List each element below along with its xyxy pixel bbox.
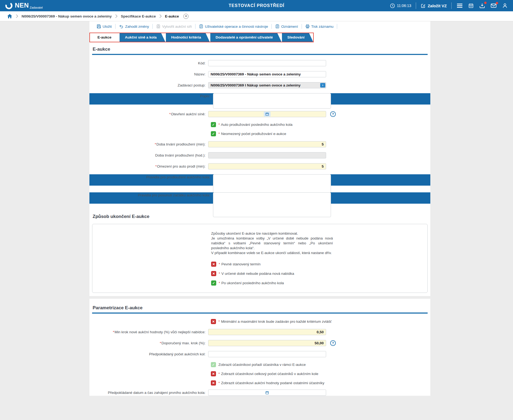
date-picker-button[interactable] (264, 390, 271, 395)
notification-dot (484, 2, 487, 4)
notification-dot (496, 2, 498, 4)
downloads-button[interactable] (479, 2, 486, 9)
tab-sledovani[interactable]: Sledování (282, 33, 313, 42)
form-row: Předpokládané datum a čas zahájení první… (89, 390, 430, 396)
header-time: 11:06:13 (397, 4, 411, 8)
checkbox-unchecked[interactable]: ✕ (211, 262, 216, 267)
eaukce-card: Uložit Zahodit změny Vytvořit aukční síň (89, 21, 430, 296)
checkbox-label: * Zobrazit účastníkovi aukční hodnoty po… (218, 381, 324, 385)
profile-button[interactable] (502, 2, 508, 9)
tab-dodavatele[interactable]: Dodavatelé a oprávnění uživatelé (210, 33, 281, 42)
clipboard-icon (275, 24, 280, 29)
open-detail-chevron-button[interactable]: › (320, 83, 325, 88)
create-auction-room-button: Vytvořit aukční síň (153, 24, 195, 29)
breadcrumb-item-specification[interactable]: Specifikace E-aukce (121, 14, 156, 18)
calendar-button[interactable] (468, 2, 474, 9)
doba-min-input[interactable] (208, 141, 326, 147)
checkbox-label: * Pevně stanovený termín (219, 262, 261, 266)
notices-button[interactable]: Oznámení (272, 24, 301, 29)
record-toolbar: Uložit Zahodit změny Vytvořit aukční síň (89, 21, 430, 31)
brand-subtitle: Zadavatel (30, 6, 43, 9)
date-picker-button[interactable] (264, 112, 271, 117)
pocet-kol-input[interactable] (208, 351, 326, 357)
checkbox-label: * Po ukončení posledního aukčního kola (219, 281, 284, 285)
edit-icon (421, 3, 426, 8)
breadcrumb-item-procedure[interactable]: N006/25/V00007369 - Nákup semen ovoce a … (22, 14, 112, 18)
header-divider (451, 2, 452, 9)
checkbox-row: ✕ * Pevně stanovený termín (211, 262, 427, 267)
nazev-input[interactable] (208, 71, 326, 77)
checkbox-checked[interactable]: ✓ (211, 122, 216, 127)
checkbox-label: * V určené době nebude podána nová nabíd… (219, 272, 294, 276)
max-krok-label: *Doporučený max. krok (%): (89, 341, 208, 345)
checkbox-unchecked[interactable]: ✕ (211, 271, 216, 276)
tab-aukcni-sine[interactable]: Aukční síně a kola (120, 33, 165, 42)
checkbox-unchecked[interactable]: ✕ (211, 319, 216, 324)
nazev-label: Název: (89, 72, 208, 76)
close-tab-icon[interactable]: × (183, 14, 189, 19)
checkbox-label: * Neomezený počet prodlužování e-aukce (218, 132, 286, 136)
eaukce-form: Kód: Název: Zadávací postup: › Popis: (89, 55, 430, 204)
zadavaci-postup-input (208, 82, 326, 88)
kod-input[interactable] (208, 60, 326, 66)
info-text: Je umožněna kombinace volby „V určené do… (211, 236, 333, 251)
calendar-icon (266, 391, 269, 394)
section-zpusob-ukonceni: Způsob ukončení E-aukce Způsoby ukončení… (89, 210, 430, 293)
info-text: Způsoby ukončení E-aukce lze navzájem ko… (211, 231, 333, 236)
toolbar-separator (337, 24, 337, 29)
home-button[interactable] (7, 14, 12, 19)
clipboard-icon (199, 24, 203, 29)
popis-textarea[interactable] (213, 93, 331, 109)
help-icon[interactable]: ? (330, 111, 336, 117)
breadcrumb-item-eaukce[interactable]: E-aukce (165, 14, 179, 18)
discard-changes-button[interactable]: Zahodit změny (116, 24, 153, 29)
pravidla-prodlouzeni-label: Pravidla pro prodloužení aukčního kola: (94, 174, 213, 179)
chevron-right-icon (159, 14, 162, 18)
end-methods-box: Způsoby ukončení E-aukce lze navzájem ko… (92, 224, 428, 293)
messages-button[interactable] (490, 3, 497, 9)
nen-logo[interactable]: NEN Zadavatel (5, 2, 43, 10)
form-row: *Otevření aukční síně: ? (89, 111, 430, 117)
form-row: Kód: (89, 60, 430, 66)
clock-icon (390, 3, 395, 8)
parametrizace-card: Parametrizace E-aukce ✕ * Minimální a ma… (89, 299, 430, 396)
checkbox-unchecked[interactable]: ✕ (211, 380, 216, 386)
calendar-icon (468, 3, 474, 8)
print-record-button[interactable]: Tisk záznamu (302, 24, 337, 29)
user-operations-button[interactable]: Uživatelské operace a činnosti nástroje (196, 24, 271, 29)
checkbox-label: * Minimální a maximální krok bude zadává… (218, 320, 331, 324)
tab-hodnotici-kriteria[interactable]: Hodnotící kritéria (166, 33, 210, 42)
form-row: Pravidla pro posunutí začátku aukčního k… (89, 192, 430, 204)
menu-button[interactable] (456, 3, 463, 9)
save-button[interactable]: Uložit (93, 24, 115, 29)
max-krok-input[interactable] (208, 340, 326, 346)
chevron-right-icon (16, 14, 18, 18)
datum-zahajeni-label: Předpokládané datum a čas zahájení první… (89, 391, 208, 395)
form-row: *Doba trvání prodloužení (min): (89, 141, 430, 147)
otevreni-label: *Otevření aukční síně: (89, 112, 208, 116)
download-tray-icon (479, 3, 485, 8)
printer-icon (305, 24, 310, 29)
pravidla-posunuti-textarea[interactable] (213, 192, 331, 217)
help-icon[interactable]: ? (330, 340, 336, 346)
checkbox-row: ✕ * V určené době nebude podána nová nab… (211, 271, 427, 276)
min-krok-input[interactable] (208, 329, 326, 335)
brand-name: NEN (15, 2, 29, 9)
pocet-kol-label: Předpokládaný počet aukčních kol: (89, 352, 208, 356)
checkbox-checked[interactable]: ✓ (211, 131, 216, 136)
form-row: *Doporučený max. krok (%): ? (89, 340, 430, 346)
tab-eaukce[interactable]: E-aukce (90, 33, 119, 42)
undo-icon (119, 24, 124, 29)
omezeni-input[interactable] (208, 163, 326, 169)
doba-hod-label: Doba trvání prodloužení (hod.): (89, 153, 208, 157)
mail-icon (491, 3, 497, 8)
doba-hod-input (208, 152, 326, 158)
create-vz-button[interactable]: Založit VZ (421, 3, 447, 8)
kod-label: Kód: (89, 61, 208, 65)
parametrizace-form: ✕ * Minimální a maximální krok bude zadá… (89, 314, 430, 396)
checkbox-unchecked[interactable]: ✕ (211, 371, 216, 376)
home-icon (7, 14, 12, 19)
header-divider (416, 2, 416, 9)
checkbox-checked[interactable]: ✓ (211, 280, 216, 286)
form-row: Název: (89, 71, 430, 77)
